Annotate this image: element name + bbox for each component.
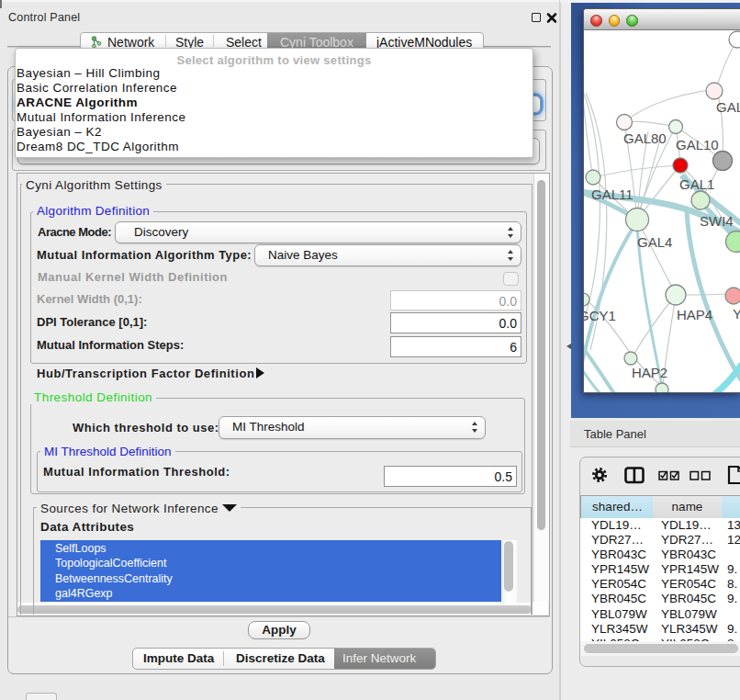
svg-text:GAL80: GAL80 (623, 130, 667, 146)
svg-text:GAL4: GAL4 (637, 234, 672, 250)
svg-text:HAP2: HAP2 (632, 365, 667, 380)
svg-text:Y: Y (733, 306, 740, 322)
svg-text:GAL11: GAL11 (591, 186, 633, 202)
svg-text:GCY1: GCY1 (584, 308, 616, 323)
svg-text:GAL: GAL (716, 99, 740, 115)
svg-text:GAL10: GAL10 (676, 137, 719, 152)
svg-text:SWI4: SWI4 (700, 213, 734, 229)
svg-text:GAL1: GAL1 (679, 176, 714, 192)
svg-text:HAP4: HAP4 (677, 307, 712, 322)
